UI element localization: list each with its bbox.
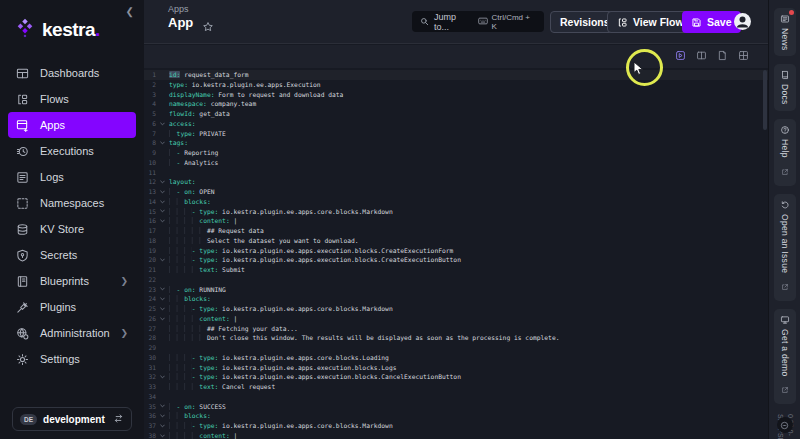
fold-chevron-icon[interactable] xyxy=(156,372,169,382)
sidebar-item-label: Dashboards xyxy=(40,67,99,79)
code-line[interactable]: 37 - type: io.kestra.plugin.ee.apps.core… xyxy=(144,421,768,431)
fold-chevron-icon[interactable] xyxy=(156,177,169,187)
search-icon xyxy=(420,17,429,26)
dock-tab-help[interactable]: Help xyxy=(774,119,796,186)
code-line[interactable]: 9 - Reporting xyxy=(144,148,768,158)
code-line[interactable]: 31 - type: io.kestra.plugin.ee.apps.exec… xyxy=(144,363,768,373)
sidebar-item-label: Plugins xyxy=(40,301,76,313)
fold-chevron-icon[interactable] xyxy=(156,304,169,314)
code-line[interactable]: 21 text: Submit xyxy=(144,265,768,275)
code-line[interactable]: 19 - type: io.kestra.plugin.ee.apps.exec… xyxy=(144,246,768,256)
user-avatar[interactable] xyxy=(733,12,752,31)
code-line[interactable]: 35 - on: SUCCESS xyxy=(144,402,768,412)
kestra-logo[interactable]: kestra. xyxy=(14,17,100,43)
code-line[interactable]: 25 - type: io.kestra.plugin.ee.apps.core… xyxy=(144,304,768,314)
code-line[interactable]: 33 text: Cancel request xyxy=(144,382,768,392)
fold-chevron-icon[interactable] xyxy=(156,294,169,304)
sidebar-item-administration[interactable]: Administration❯ xyxy=(8,320,136,346)
code-line[interactable]: 28 Don't close this window. The results … xyxy=(144,333,768,343)
line-number: 35 xyxy=(144,402,156,412)
code-line[interactable]: 16 content: | xyxy=(144,216,768,226)
code-line[interactable]: 10 - Analytics xyxy=(144,158,768,168)
breadcrumb[interactable]: Apps xyxy=(168,4,189,14)
code-line[interactable]: 23 - on: RUNNING xyxy=(144,285,768,295)
code-line[interactable]: 5flowId: get_data xyxy=(144,109,768,119)
sidebar-item-executions[interactable]: Executions xyxy=(8,138,136,164)
code-line[interactable]: 12layout: xyxy=(144,177,768,187)
code-line[interactable]: 32 - type: io.kestra.plugin.ee.apps.exec… xyxy=(144,372,768,382)
sidebar-item-label: Flows xyxy=(40,93,69,105)
code-line[interactable]: 13 - on: OPEN xyxy=(144,187,768,197)
code-text: blocks: xyxy=(169,197,768,207)
line-number: 30 xyxy=(144,353,156,363)
fold-chevron-icon[interactable] xyxy=(156,197,169,207)
fold-chevron-icon[interactable] xyxy=(156,285,169,295)
code-line[interactable]: 15 - type: io.kestra.plugin.ee.apps.core… xyxy=(144,207,768,217)
code-line[interactable]: 30 - type: io.kestra.plugin.ee.apps.core… xyxy=(144,353,768,363)
code-line[interactable]: 6access: xyxy=(144,119,768,129)
sidebar-item-plugins[interactable]: Plugins xyxy=(8,294,136,320)
code-line[interactable]: 1id: request_data_form xyxy=(144,70,768,80)
dock-tab-docs[interactable]: Docs xyxy=(774,64,796,111)
environment-selector[interactable]: DE development xyxy=(12,407,132,431)
sidebar-item-settings[interactable]: Settings xyxy=(8,346,136,372)
sidebar-item-flows[interactable]: Flows xyxy=(8,86,136,112)
dock-tab-open-an-issue[interactable]: Open an Issue xyxy=(774,194,796,301)
fold-chevron-icon[interactable] xyxy=(156,119,169,129)
jump-to-search[interactable]: Jump to... Ctrl/Cmd + K xyxy=(412,11,544,32)
sidebar-item-kv-store[interactable]: KV Store xyxy=(8,216,136,242)
file-icon[interactable] xyxy=(717,50,729,62)
code-line[interactable]: 3displayName: Form to request and downlo… xyxy=(144,90,768,100)
code-line[interactable]: 27 ## Fetching your data... xyxy=(144,324,768,334)
fold-chevron-icon[interactable] xyxy=(156,431,169,439)
fold-chevron-icon[interactable] xyxy=(156,402,169,412)
code-line[interactable]: 24 blocks: xyxy=(144,294,768,304)
code-line[interactable]: 29 xyxy=(144,343,768,353)
favorite-star-icon[interactable] xyxy=(202,19,214,37)
code-line[interactable]: 7 type: PRIVATE xyxy=(144,129,768,139)
code-line[interactable]: 17 ## Request data xyxy=(144,226,768,236)
fold-chevron-icon[interactable] xyxy=(156,216,169,226)
view-flow-button[interactable]: View Flow xyxy=(607,11,694,33)
sidebar-item-apps[interactable]: Apps xyxy=(8,112,136,138)
code-line[interactable]: 22 xyxy=(144,275,768,285)
code-line[interactable]: 26 content: | xyxy=(144,314,768,324)
fold-chevron-icon[interactable] xyxy=(156,207,169,217)
support-chat-icon[interactable] xyxy=(777,417,793,433)
sidebar-item-secrets[interactable]: Secrets xyxy=(8,242,136,268)
code-line[interactable]: 34 xyxy=(144,392,768,402)
fold-chevron-icon[interactable] xyxy=(156,138,169,148)
logs-icon xyxy=(16,170,30,184)
code-line[interactable]: 20 - type: io.kestra.plugin.ee.apps.exec… xyxy=(144,255,768,265)
code-line[interactable]: 8tags: xyxy=(144,138,768,148)
fold-chevron-icon[interactable] xyxy=(156,255,169,265)
code-line[interactable]: 2type: io.kestra.plugin.ee.apps.Executio… xyxy=(144,80,768,90)
sidebar-item-dashboards[interactable]: Dashboards xyxy=(8,60,136,86)
fold-chevron-icon[interactable] xyxy=(156,187,169,197)
fold-chevron-icon[interactable] xyxy=(156,411,169,421)
code-text: - type: io.kestra.plugin.ee.apps.core.bl… xyxy=(169,421,768,431)
sidebar-item-blueprints[interactable]: Blueprints❯ xyxy=(8,268,136,294)
code-line[interactable]: 18 Select the dataset you want to downlo… xyxy=(144,236,768,246)
sidebar-item-logs[interactable]: Logs xyxy=(8,164,136,190)
dock-tab-news[interactable]: News xyxy=(774,8,796,56)
sidebar-item-label: Apps xyxy=(40,119,65,131)
code-line[interactable]: 4namespace: company.team xyxy=(144,99,768,109)
sidebar-collapse-icon[interactable]: ❮ xyxy=(126,6,134,17)
code-line[interactable]: 38 content: | xyxy=(144,431,768,439)
code-line[interactable]: 36 blocks: xyxy=(144,411,768,421)
plugins-icon xyxy=(16,300,30,314)
panel-grid-icon[interactable] xyxy=(738,50,750,62)
docs-panel-icon[interactable] xyxy=(696,50,708,62)
save-button[interactable]: Save xyxy=(682,11,741,33)
editor-scrollbar[interactable] xyxy=(763,70,767,130)
code-line[interactable]: 11 xyxy=(144,168,768,178)
sidebar-item-label: Administration xyxy=(40,327,110,339)
sidebar-item-namespaces[interactable]: Namespaces xyxy=(8,190,136,216)
fold-chevron-icon[interactable] xyxy=(156,314,169,324)
dock-tab-get-a-demo[interactable]: Get a demo xyxy=(774,309,796,404)
app-run-icon[interactable] xyxy=(675,50,687,62)
fold-chevron-icon[interactable] xyxy=(156,421,169,431)
code-line[interactable]: 14 blocks: xyxy=(144,197,768,207)
code-editor[interactable]: 1id: request_data_form2type: io.kestra.p… xyxy=(144,68,768,439)
